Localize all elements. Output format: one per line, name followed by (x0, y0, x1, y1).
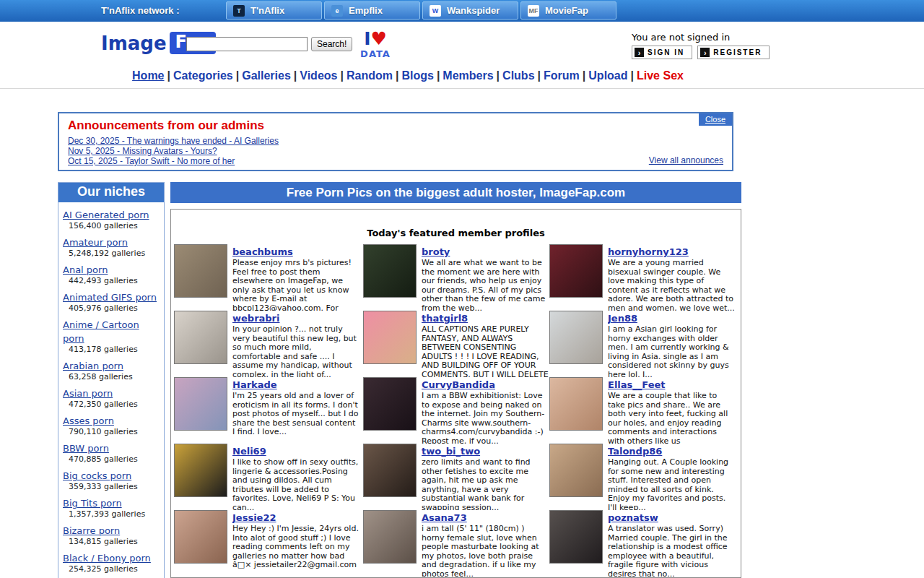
profile-name-link[interactable]: webrabri (232, 313, 280, 324)
profile-thumbnail[interactable] (174, 510, 227, 564)
profile-body: Jessie22Hey Hey :) I'm Jessie, 24yrs old… (232, 510, 359, 577)
niche-gallery-count: 156,400 galleries (69, 221, 161, 230)
member-profile: Jen88I am a Asian girl looking for horny… (549, 311, 736, 377)
profile-name-link[interactable]: beachbums (232, 246, 293, 257)
profile-name-link[interactable]: CurvyBandida (422, 379, 495, 390)
nav-separator: | (437, 69, 440, 82)
profile-thumbnail[interactable] (549, 311, 603, 364)
profile-thumbnail[interactable] (174, 377, 227, 431)
profile-thumbnail[interactable] (549, 444, 603, 497)
profile-thumbnail[interactable] (363, 510, 417, 564)
profile-thumbnail[interactable] (549, 510, 603, 564)
nav-item-galleries[interactable]: Galleries (242, 69, 291, 82)
profile-name-link[interactable]: Ellas__Feet (608, 379, 666, 390)
member-profile: HarkadeI'm 25 years old and a lover of e… (174, 377, 363, 444)
nav-item-blogs[interactable]: Blogs (401, 69, 433, 82)
profile-name-link[interactable]: two_bi_two (422, 446, 480, 457)
profile-body: webrabriIn your opinion ?... not truly v… (232, 311, 359, 377)
nav-item-videos[interactable]: Videos (300, 69, 337, 82)
network-site-empflix[interactable]: eEmpflix (324, 1, 420, 20)
nav-separator: | (294, 69, 297, 82)
profile-thumbnail[interactable] (549, 244, 603, 298)
profile-name-link[interactable]: Harkade (232, 379, 277, 390)
profile-thumbnail[interactable] (174, 311, 227, 364)
niche-gallery-count: 5,248,192 galleries (69, 249, 161, 258)
profile-body: CurvyBandidaI am a BBW exhibitionist: Lo… (422, 377, 549, 444)
nav-item-random[interactable]: Random (346, 69, 393, 82)
niche-link[interactable]: Asses porn (63, 415, 114, 426)
profile-description: A translator was used. Sorry) Married co… (608, 525, 735, 577)
main-banner: Free Porn Pics on the biggest adult host… (170, 182, 741, 203)
profile-description: We are a couple that like to take pics a… (608, 392, 735, 444)
profile-name-link[interactable]: Asana73 (422, 512, 467, 523)
niche-link[interactable]: Anal porn (63, 264, 108, 275)
nav-item-categories[interactable]: Categories (173, 69, 233, 82)
niche-link[interactable]: Bizarre porn (63, 525, 120, 536)
profile-name-link[interactable]: Talondp86 (608, 446, 662, 457)
profile-thumbnail[interactable] (174, 244, 227, 298)
announcement-link[interactable]: Dec 30, 2025 - The warnings have ended -… (68, 136, 732, 146)
profile-description: We are a young married bisexual swinger … (608, 259, 735, 311)
profile-thumbnail[interactable] (363, 311, 417, 364)
register-button[interactable]: › REGISTER (697, 46, 770, 59)
announcement-link[interactable]: Oct 15, 2025 - Taylor Swift - No more of… (68, 156, 732, 166)
network-label: T'nAflix network : (101, 5, 180, 16)
announcement-link[interactable]: Nov 5, 2025 - Missing Avatars - Yours? (68, 146, 732, 156)
nav-item-forum[interactable]: Forum (544, 69, 580, 82)
nav-item-home[interactable]: Home (132, 69, 164, 82)
profile-thumbnail[interactable] (549, 377, 603, 431)
profile-name-link[interactable]: broty (422, 246, 450, 257)
profile-name-link[interactable]: Jessie22 (232, 512, 276, 523)
profile-thumbnail[interactable] (363, 377, 417, 431)
profile-thumbnail[interactable] (363, 444, 417, 497)
announcements-list: Dec 30, 2025 - The warnings have ended -… (68, 136, 732, 166)
niche-link[interactable]: Asian porn (63, 388, 113, 399)
announcements-box: Close Announcements from our admins Dec … (58, 112, 733, 171)
nav-item-upload[interactable]: Upload (588, 69, 627, 82)
profile-name-link[interactable]: Neli69 (232, 446, 266, 457)
niche-link[interactable]: Big cocks porn (63, 470, 131, 481)
i-love-data-top: I♥ (357, 30, 394, 48)
nav-item-live-sex[interactable]: Live Sex (637, 69, 684, 82)
view-all-announces-link[interactable]: View all announces (649, 155, 723, 165)
niche-link[interactable]: Black / Ebony porn (63, 553, 151, 564)
niche-item: Big cocks porn359,333 galleries (63, 468, 161, 491)
member-profile: CurvyBandidaI am a BBW exhibitionist: Lo… (363, 377, 549, 444)
niche-gallery-count: 413,178 galleries (69, 345, 161, 354)
search-button[interactable]: Search! (311, 37, 352, 51)
network-site-moviefap[interactable]: MFMovieFap (520, 1, 616, 20)
moviefap-icon: MF (528, 5, 539, 17)
profile-name-link[interactable]: hornyhorny123 (608, 246, 689, 257)
nav-item-members[interactable]: Members (443, 69, 493, 82)
niche-gallery-count: 442,493 galleries (69, 276, 161, 285)
profile-body: hornyhorny123We are a young married bise… (608, 244, 735, 311)
niche-link[interactable]: Anime / Cartoon porn (63, 319, 139, 344)
niche-gallery-count: 472,350 galleries (69, 400, 161, 409)
network-site-wankspider[interactable]: WWankspider (422, 1, 518, 20)
search-input[interactable] (186, 37, 308, 51)
profile-name-link[interactable]: poznatsw (608, 512, 658, 523)
niche-link[interactable]: Animated GIFS porn (63, 292, 157, 303)
profile-thumbnail[interactable] (174, 444, 227, 497)
niche-link[interactable]: AI Generated porn (63, 210, 149, 220)
network-site-tnaflix[interactable]: TT'nAflix (226, 1, 322, 20)
niche-link[interactable]: Big Tits porn (63, 498, 122, 509)
niche-link[interactable]: Arabian porn (63, 361, 123, 371)
nav-item-clubs[interactable]: Clubs (502, 69, 534, 82)
niche-item: Black / Ebony porn254,325 galleries (63, 551, 161, 574)
niche-link[interactable]: Amateur porn (63, 237, 128, 248)
profile-thumbnail[interactable] (363, 244, 417, 298)
i-love-data-logo[interactable]: I♥ DATA (357, 30, 394, 59)
niche-item: Bizarre porn134,815 galleries (63, 523, 161, 546)
sign-in-button[interactable]: › SIGN IN (632, 46, 692, 59)
profile-body: beachbumsPlease enjoy mrs b's pictures! … (232, 244, 359, 311)
profile-name-link[interactable]: Jen88 (608, 313, 637, 324)
close-button[interactable]: Close (699, 113, 732, 126)
niche-gallery-count: 405,976 galleries (69, 303, 161, 313)
profile-body: Neli69I like to show off in sexy outfits… (232, 444, 359, 510)
niche-link[interactable]: BBW porn (63, 443, 109, 454)
niche-item: BBW porn470,885 galleries (63, 441, 161, 464)
niche-gallery-count: 254,325 galleries (69, 564, 161, 574)
profile-name-link[interactable]: thatgirl8 (422, 313, 468, 324)
member-profile: Ellas__FeetWe are a couple that like to … (549, 377, 736, 444)
